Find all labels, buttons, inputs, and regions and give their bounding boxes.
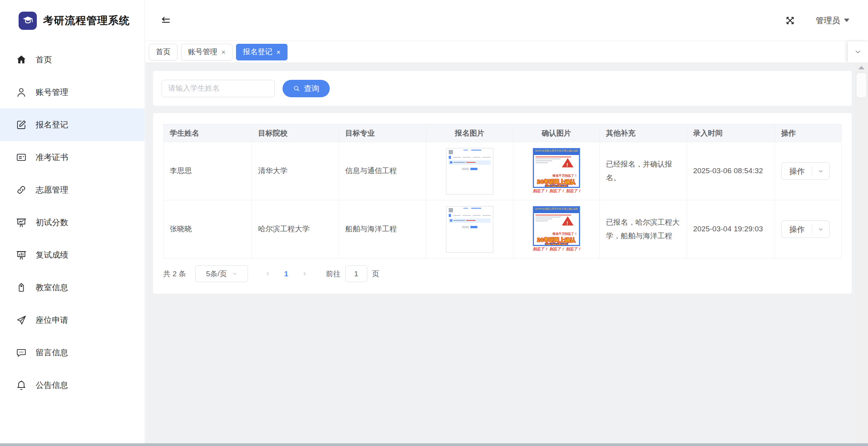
tab-label: 账号管理 xyxy=(188,47,217,57)
sidebar-item-exam-certificate[interactable]: 准考证书 xyxy=(0,141,145,174)
col-target-major: 目标专业 xyxy=(339,124,426,142)
horizontal-scrollbar[interactable] xyxy=(0,443,868,446)
page-size-select[interactable]: 5条/页 xyxy=(195,265,248,282)
tag-icon xyxy=(16,282,27,293)
sidebar-item-label: 教室信息 xyxy=(36,282,68,293)
cell-target-major: 船舶与海洋工程 xyxy=(339,200,426,258)
cell-other-notes: 已经报名，并确认报名。 xyxy=(599,142,687,200)
scrollbar-up-arrow-icon[interactable] xyxy=(858,66,865,69)
chat-icon xyxy=(16,347,27,358)
sidebar-item-label: 准考证书 xyxy=(36,152,68,163)
vertical-scrollbar[interactable] xyxy=(855,62,868,443)
user-icon xyxy=(16,86,27,98)
cell-student-name: 张晓晓 xyxy=(164,200,252,258)
header-right-group: 管理员 xyxy=(785,15,849,26)
sidebar-item-label: 公告信息 xyxy=(36,380,68,391)
goto-page-input[interactable] xyxy=(345,265,367,282)
top-header: 管理员 xyxy=(145,0,868,41)
sidebar-item-label: 初试分数 xyxy=(36,217,68,228)
sidebar-item-label: 账号管理 xyxy=(36,87,68,98)
current-page[interactable]: 1 xyxy=(284,270,288,278)
chevron-right-icon xyxy=(301,271,307,277)
col-entry-time: 录入时间 xyxy=(687,124,775,142)
sidebar: 考研流程管理系统 首页 账号管理 报名登记 准考证书 xyxy=(0,0,145,446)
goto-label: 前往 xyxy=(326,269,341,279)
user-name: 管理员 xyxy=(816,15,840,26)
send-icon xyxy=(16,314,27,326)
close-icon[interactable]: × xyxy=(221,48,226,56)
sidebar-item-label: 留言信息 xyxy=(36,347,68,358)
search-card: 查询 xyxy=(153,71,852,106)
tabs-dropdown-button[interactable] xyxy=(848,41,868,62)
pagination-total: 共 2 条 xyxy=(163,269,186,279)
app-logo: 考研流程管理系统 xyxy=(0,0,145,41)
search-input[interactable] xyxy=(162,80,275,97)
col-actions: 操作 xyxy=(775,124,841,142)
sidebar-item-initial-score[interactable]: 初试分数 xyxy=(0,206,145,239)
sidebar-item-label: 报名登记 xyxy=(36,119,68,130)
sidebar-item-messages[interactable]: 留言信息 xyxy=(0,336,145,369)
sidebar-item-accounts[interactable]: 账号管理 xyxy=(0,76,145,108)
sidebar-item-retest-score[interactable]: 复试成绩 xyxy=(0,239,145,271)
sidebar-item-label: 首页 xyxy=(36,54,52,65)
sidebar-nav: 首页 账号管理 报名登记 准考证书 志愿管理 xyxy=(0,41,145,401)
confirmation-poster-thumbnail[interactable]: 2024年全国硕士研究生考试 网上确认流程 报名千万别忘了！ 24考研网上确认 xyxy=(533,148,580,195)
tab-account-management[interactable]: 账号管理 × xyxy=(181,44,232,60)
page-suffix: 页 xyxy=(372,269,379,279)
registration-table: 学生姓名 目标院校 目标专业 报名图片 确认图片 其他补充 录入时间 操作 李思… xyxy=(163,124,842,258)
next-page-button[interactable] xyxy=(301,271,307,277)
edit-icon xyxy=(16,119,27,131)
search-button[interactable]: 查询 xyxy=(282,80,330,97)
sidebar-item-label: 志愿管理 xyxy=(36,184,68,195)
cell-target-school: 哈尔滨工程大学 xyxy=(251,200,339,258)
cell-target-major: 信息与通信工程 xyxy=(339,142,426,200)
sidebar-item-home[interactable]: 首页 xyxy=(0,43,145,76)
col-student-name: 学生姓名 xyxy=(164,124,252,142)
action-button-label: 操作 xyxy=(782,164,812,178)
caret-down-icon xyxy=(844,19,849,22)
confirmation-poster-thumbnail[interactable]: 2024年全国硕士研究生考试 网上确认流程 报名千万别忘了！ 24考研网上确认 xyxy=(533,206,580,253)
search-button-label: 查询 xyxy=(304,83,319,94)
action-button-label: 操作 xyxy=(782,222,812,236)
graduation-cap-icon xyxy=(19,12,37,30)
chevron-down-icon xyxy=(232,271,238,277)
sidebar-item-classroom[interactable]: 教室信息 xyxy=(0,271,145,304)
prev-page-button[interactable] xyxy=(265,271,271,277)
sidebar-fold-icon[interactable] xyxy=(160,15,172,26)
app-title: 考研流程管理系统 xyxy=(43,14,130,28)
chevron-left-icon xyxy=(265,271,271,277)
sidebar-item-registration[interactable]: 报名登记 xyxy=(0,108,145,141)
tab-home[interactable]: 首页 xyxy=(149,44,177,60)
goto-page-group: 前往 页 xyxy=(326,265,379,282)
link-icon xyxy=(16,184,27,196)
bell-icon xyxy=(16,379,27,391)
home-icon xyxy=(16,54,27,65)
col-registration-image: 报名图片 xyxy=(426,124,513,142)
col-other-notes: 其他补充 xyxy=(599,124,687,142)
table-row: 张晓晓 哈尔滨工程大学 船舶与海洋工程 xyxy=(164,200,842,258)
cell-entry-time: 2025-03-06 08:54:32 xyxy=(687,142,775,200)
chevron-down-icon xyxy=(812,168,829,174)
tab-label: 首页 xyxy=(156,47,170,57)
row-action-dropdown-button[interactable]: 操作 xyxy=(781,162,830,180)
sidebar-item-seat-apply[interactable]: 座位申请 xyxy=(0,304,145,336)
scrollbar-thumb[interactable] xyxy=(856,72,867,98)
sidebar-item-volunteer[interactable]: 志愿管理 xyxy=(0,174,145,206)
col-confirmation-image: 确认图片 xyxy=(513,124,599,142)
chevron-down-icon xyxy=(812,226,829,232)
fullscreen-icon[interactable] xyxy=(785,15,796,26)
sidebar-item-announcements[interactable]: 公告信息 xyxy=(0,369,145,401)
pagination: 共 2 条 5条/页 1 前往 页 xyxy=(163,265,842,282)
page-size-value: 5条/页 xyxy=(206,269,227,279)
sidebar-item-label: 复试成绩 xyxy=(36,250,68,260)
postcard-icon xyxy=(16,152,27,163)
close-icon[interactable]: × xyxy=(276,48,281,56)
tab-registration[interactable]: 报名登记 × xyxy=(236,44,288,60)
row-action-dropdown-button[interactable]: 操作 xyxy=(781,220,830,238)
tab-label: 报名登记 xyxy=(243,47,272,57)
user-menu[interactable]: 管理员 xyxy=(816,15,849,26)
chevron-down-icon xyxy=(854,48,862,56)
sidebar-item-label: 座位申请 xyxy=(36,315,68,325)
registration-screenshot-thumbnail[interactable] xyxy=(446,206,493,253)
registration-screenshot-thumbnail[interactable] xyxy=(446,148,493,195)
